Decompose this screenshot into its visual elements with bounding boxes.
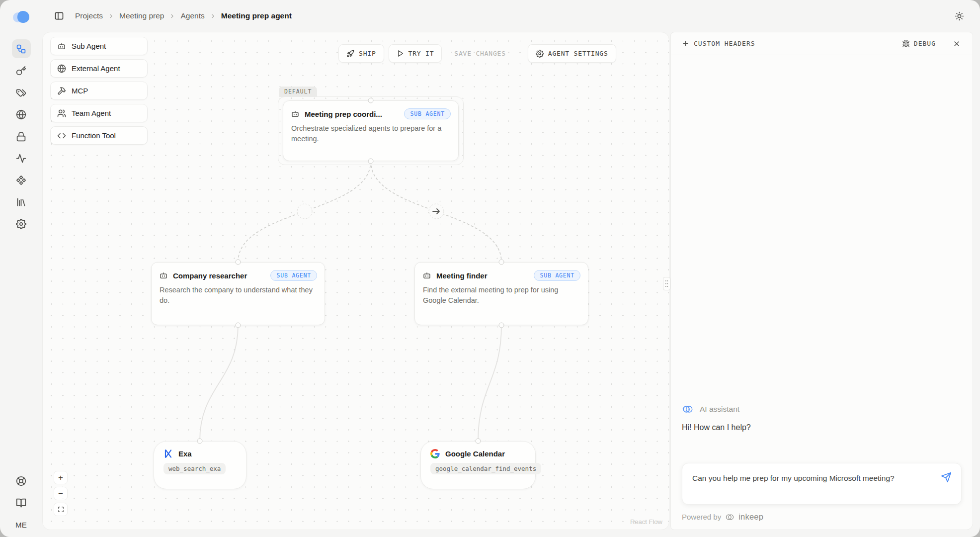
zoom-in-button[interactable]: + xyxy=(54,471,68,484)
hammer-icon xyxy=(57,87,66,95)
rocket-icon xyxy=(346,50,354,58)
chevron-separator-icon xyxy=(108,13,114,19)
palette-external-agent[interactable]: External Agent xyxy=(50,59,148,78)
node-handle[interactable] xyxy=(368,98,374,103)
google-logo xyxy=(430,449,440,458)
try-it-panel: CUSTOM HEADERS DEBUG AI assistant Hi! Ho… xyxy=(670,32,973,530)
zoom-controls: + − xyxy=(54,471,68,516)
node-meeting-finder[interactable]: Meeting finder SUB AGENT Find the extern… xyxy=(414,262,588,325)
components-icon[interactable] xyxy=(12,171,31,189)
gear-icon xyxy=(536,50,544,58)
node-handle[interactable] xyxy=(476,439,481,444)
user-avatar[interactable]: ME xyxy=(15,521,27,529)
key-icon[interactable] xyxy=(12,61,31,80)
bot-icon xyxy=(57,42,66,51)
activity-icon[interactable] xyxy=(12,149,31,168)
node-title: Company researcher xyxy=(173,271,247,280)
breadcrumb: Projects Meeting prep Agents Meeting pre… xyxy=(75,11,292,20)
node-handle[interactable] xyxy=(499,323,504,328)
workflow-icon[interactable] xyxy=(12,39,31,58)
node-title: Meeting prep coordi... xyxy=(305,110,382,118)
top-header: Projects Meeting prep Agents Meeting pre… xyxy=(42,0,980,32)
users-icon xyxy=(57,109,66,118)
sub-agent-badge: SUB AGENT xyxy=(404,108,451,119)
save-changes-button[interactable]: SAVE CHANGES xyxy=(446,44,514,63)
bug-icon xyxy=(902,40,910,48)
close-icon[interactable] xyxy=(952,39,962,49)
node-meeting-prep-coordinator[interactable]: Meeting prep coordi... SUB AGENT Orchest… xyxy=(283,100,459,161)
send-icon[interactable] xyxy=(940,471,953,484)
brand-name: inkeep xyxy=(738,512,763,522)
play-icon xyxy=(397,50,404,57)
node-handle[interactable] xyxy=(197,439,203,444)
chat-input-card[interactable]: Can you help me prep for my upcoming Mic… xyxy=(682,463,962,505)
node-description: Orchestrate specialized agents to prepar… xyxy=(283,122,458,152)
globe-icon[interactable] xyxy=(12,105,31,124)
palette-mcp[interactable]: MCP xyxy=(50,82,148,100)
sub-agent-badge: SUB AGENT xyxy=(534,270,580,281)
node-handle[interactable] xyxy=(499,260,504,265)
chat-area: AI assistant Hi! How can I help? Can you… xyxy=(682,404,962,522)
zoom-out-button[interactable]: − xyxy=(54,487,68,500)
lock-icon[interactable] xyxy=(12,127,31,146)
breadcrumb-projects[interactable]: Projects xyxy=(75,11,103,20)
node-company-researcher[interactable]: Company researcher SUB AGENT Research th… xyxy=(151,262,325,325)
tool-name-pill: web_search_exa xyxy=(163,463,226,474)
docs-icon[interactable] xyxy=(12,493,31,512)
palette-function-tool[interactable]: Function Tool xyxy=(50,126,148,145)
tool-name-pill: google_calendar_find_events xyxy=(430,463,541,474)
default-agent-group: DEFAULT Meeting prep coordi... SUB AGENT… xyxy=(278,96,464,165)
chevron-separator-icon xyxy=(210,13,216,19)
library-icon[interactable] xyxy=(12,192,31,211)
node-title: Meeting finder xyxy=(436,271,488,280)
react-flow-attribution: React Flow xyxy=(630,518,662,526)
bot-icon xyxy=(422,271,431,280)
sub-agent-badge: SUB AGENT xyxy=(270,270,317,281)
fit-view-button[interactable] xyxy=(54,503,68,516)
agent-settings-button[interactable]: AGENT SETTINGS xyxy=(528,44,616,63)
canvas-toolbar: SHIP TRY IT SAVE CHANGES AGENT SETTINGS xyxy=(338,44,616,63)
sidebar-toggle-icon[interactable] xyxy=(52,9,66,23)
tool-node-title: Exa xyxy=(178,449,192,458)
inkeep-assistant-icon xyxy=(682,404,694,415)
help-icon[interactable] xyxy=(12,471,31,490)
assistant-header: AI assistant xyxy=(682,404,962,415)
icon-rail: ME xyxy=(0,0,42,537)
assistant-label: AI assistant xyxy=(700,405,739,414)
inkeep-logo-mark xyxy=(725,513,735,522)
maximize-icon xyxy=(58,506,64,513)
palette-sub-agent[interactable]: Sub Agent xyxy=(50,37,148,55)
bot-icon xyxy=(159,271,168,280)
panel-resize-handle[interactable] xyxy=(663,277,670,290)
app-window: ME Projects Meeting prep Agents Meeting … xyxy=(0,0,980,537)
chat-input[interactable]: Can you help me prep for my upcoming Mic… xyxy=(692,472,916,484)
settings-icon[interactable] xyxy=(12,214,31,233)
flow-canvas[interactable]: Sub Agent External Agent MCP Team Agent … xyxy=(42,32,669,530)
palette-team-agent[interactable]: Team Agent xyxy=(50,104,148,122)
edge-arrow-marker xyxy=(429,204,444,219)
ship-button[interactable]: SHIP xyxy=(338,44,384,63)
bot-icon xyxy=(291,109,300,118)
globe-icon xyxy=(57,64,66,73)
custom-headers-button[interactable]: CUSTOM HEADERS xyxy=(682,40,755,47)
breadcrumb-meeting-prep[interactable]: Meeting prep xyxy=(119,11,164,20)
node-handle[interactable] xyxy=(368,159,374,164)
try-it-button[interactable]: TRY IT xyxy=(389,44,442,63)
tags-icon[interactable] xyxy=(12,83,31,102)
chevron-separator-icon xyxy=(169,13,175,19)
node-google-calendar-tool[interactable]: Google Calendar google_calendar_find_eve… xyxy=(420,441,536,489)
node-handle[interactable] xyxy=(236,260,241,265)
node-handle[interactable] xyxy=(236,323,241,328)
debug-button[interactable]: DEBUG xyxy=(902,40,936,48)
node-description: Research the company to understand what … xyxy=(152,283,325,313)
inkeep-logo xyxy=(13,11,30,24)
tool-node-title: Google Calendar xyxy=(445,449,505,458)
breadcrumb-agents[interactable]: Agents xyxy=(180,11,204,20)
node-exa-tool[interactable]: Exa web_search_exa xyxy=(154,441,246,489)
default-group-label: DEFAULT xyxy=(279,87,317,97)
node-description: Find the external meeting to prep for us… xyxy=(415,283,588,313)
theme-toggle-sun-icon[interactable] xyxy=(953,9,966,23)
edge-arrow-marker xyxy=(297,204,312,219)
assistant-greeting: Hi! How can I help? xyxy=(682,423,962,432)
node-palette: Sub Agent External Agent MCP Team Agent … xyxy=(50,37,148,145)
